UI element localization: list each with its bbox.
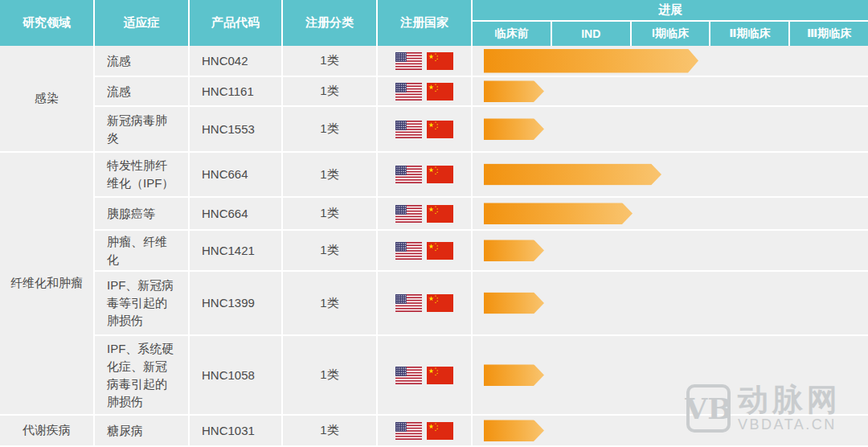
progress-bar: [484, 118, 544, 140]
watermark-name: 动脉网: [738, 384, 841, 416]
china-flag-icon: [427, 83, 453, 100]
progress-bar: [484, 203, 633, 224]
watermark: VB 动脉网 VBDATA.CN: [686, 384, 841, 433]
reg-class-cell: 1类: [283, 336, 378, 416]
indication-cell: 特发性肺纤 维化（IPF）: [95, 153, 190, 198]
product-code-cell: HNC1058: [190, 336, 283, 416]
indication-cell: 流感: [95, 77, 190, 107]
progress-title: 进展: [473, 0, 868, 22]
product-code-cell: HNC664: [190, 153, 283, 198]
indication-cell: 流感: [95, 46, 190, 77]
china-flag-icon: [427, 367, 453, 384]
indication-cell: IPF、系统硬 化症、新冠 病毒引起的 肺损伤: [95, 336, 190, 416]
col-header-progress: 进展 临床前 IND I期临床 Ⅱ期临床 Ⅲ期临床: [473, 0, 868, 46]
progress-bar: [484, 364, 544, 386]
progress-bar: [484, 420, 544, 441]
progress-cell: [473, 231, 868, 272]
progress-stage-headers: 临床前 IND I期临床 Ⅱ期临床 Ⅲ期临床: [473, 22, 868, 46]
watermark-text: 动脉网 VBDATA.CN: [738, 384, 841, 433]
countries-cell: [378, 153, 473, 198]
group-cell-metabolic: 代谢疾病: [0, 416, 95, 447]
us-flag-icon: [395, 422, 422, 440]
watermark-url: VBDATA.CN: [738, 416, 841, 433]
vb-logo-icon: VB: [686, 384, 731, 433]
group-cell-fibrosis-tumor: 纤维化和肿瘤: [0, 153, 95, 416]
progress-bar: [484, 293, 544, 314]
product-code-cell: HNC1399: [190, 272, 283, 336]
countries-cell: [378, 231, 473, 272]
us-flag-icon: [395, 52, 422, 70]
indication-cell: 新冠病毒肺 炎: [95, 107, 190, 153]
china-flag-icon: [427, 121, 453, 138]
col-header-reg-country: 注册国家: [378, 0, 473, 46]
progress-cell: [473, 272, 868, 336]
china-flag-icon: [427, 52, 453, 70]
col-header-reg-class: 注册分类: [283, 0, 378, 46]
us-flag-icon: [395, 83, 422, 100]
pipeline-table: 研究领域 适应症 产品代码 注册分类 注册国家 进展 临床前 IND I期临床 …: [0, 0, 868, 447]
china-flag-icon: [427, 166, 453, 183]
reg-class-cell: 1类: [283, 231, 378, 272]
china-flag-icon: [427, 205, 453, 223]
reg-class-cell: 1类: [283, 77, 378, 107]
us-flag-icon: [395, 121, 422, 138]
reg-class-cell: 1类: [283, 107, 378, 153]
countries-cell: [378, 46, 473, 77]
reg-class-cell: 1类: [283, 198, 378, 231]
us-flag-icon: [395, 205, 422, 223]
product-code-cell: HNC1421: [190, 231, 283, 272]
us-flag-icon: [395, 294, 422, 312]
progress-cell: [473, 107, 868, 153]
indication-cell: 肿瘤、纤维 化: [95, 231, 190, 272]
china-flag-icon: [427, 294, 453, 312]
reg-class-cell: 1类: [283, 416, 378, 447]
china-flag-icon: [427, 242, 453, 260]
stage-header-phase3: Ⅲ期临床: [790, 22, 868, 46]
progress-bar: [484, 80, 544, 102]
us-flag-icon: [395, 367, 422, 384]
group-cell-infection: 感染: [0, 46, 95, 153]
product-code-cell: HNC1161: [190, 77, 283, 107]
product-code-cell: HNC664: [190, 198, 283, 231]
stage-header-preclinical: 临床前: [473, 22, 552, 46]
table-grid: 研究领域 适应症 产品代码 注册分类 注册国家 进展 临床前 IND I期临床 …: [0, 0, 868, 447]
progress-cell: [473, 46, 868, 77]
reg-class-cell: 1类: [283, 272, 378, 336]
progress-cell: [473, 77, 868, 107]
reg-class-cell: 1类: [283, 153, 378, 198]
us-flag-icon: [395, 242, 422, 260]
countries-cell: [378, 77, 473, 107]
countries-cell: [378, 198, 473, 231]
product-code-cell: HNC042: [190, 46, 283, 77]
product-code-cell: HNC1553: [190, 107, 283, 153]
product-code-cell: HNC1031: [190, 416, 283, 447]
indication-cell: IPF、新冠病 毒等引起的 肺损伤: [95, 272, 190, 336]
stage-header-phase1: I期临床: [632, 22, 711, 46]
china-flag-icon: [427, 422, 453, 440]
countries-cell: [378, 416, 473, 447]
stage-header-ind: IND: [552, 22, 632, 46]
us-flag-icon: [395, 166, 422, 183]
countries-cell: [378, 272, 473, 336]
col-header-research-area: 研究领域: [0, 0, 95, 46]
col-header-indication: 适应症: [95, 0, 190, 46]
progress-cell: [473, 153, 868, 198]
reg-class-cell: 1类: [283, 46, 378, 77]
indication-cell: 糖尿病: [95, 416, 190, 447]
countries-cell: [378, 107, 473, 153]
progress-cell: [473, 198, 868, 231]
indication-cell: 胰腺癌等: [95, 198, 190, 231]
progress-bar: [484, 164, 661, 186]
vb-logo-text: VB: [685, 392, 731, 425]
countries-cell: [378, 336, 473, 416]
col-header-product-code: 产品代码: [190, 0, 283, 46]
progress-bar: [484, 49, 698, 73]
stage-header-phase2: Ⅱ期临床: [710, 22, 790, 46]
progress-bar: [484, 240, 544, 261]
